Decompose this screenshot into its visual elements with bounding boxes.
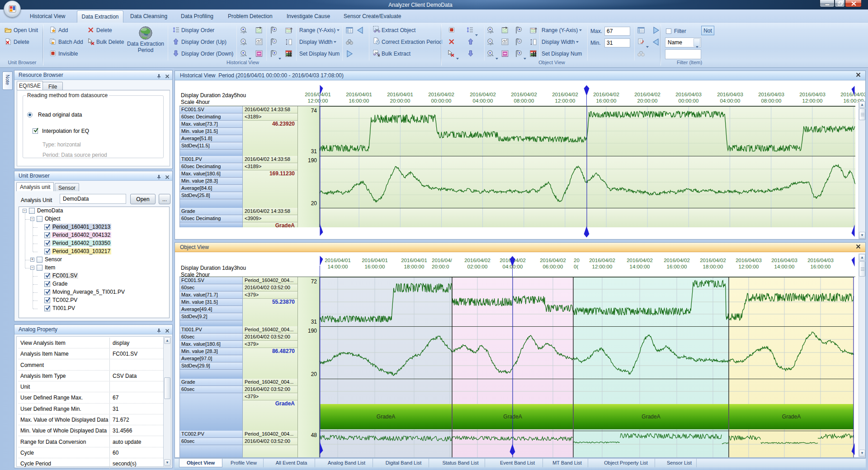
- svg-text:GradeA: GradeA: [377, 414, 395, 420]
- svg-text:GradeA: GradeA: [642, 414, 660, 420]
- svg-text:GradeA: GradeA: [782, 414, 801, 420]
